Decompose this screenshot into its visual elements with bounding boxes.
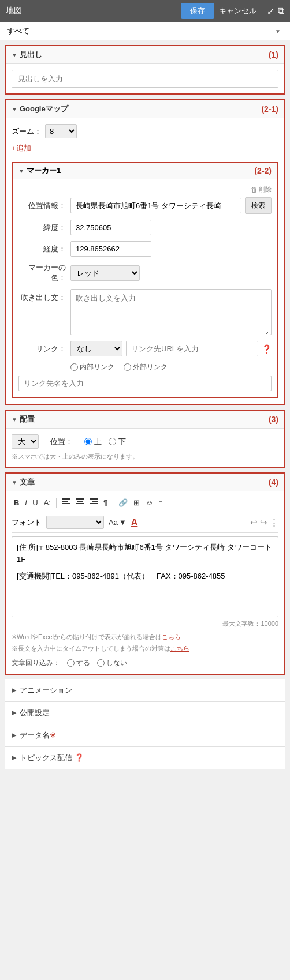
emoji-button[interactable]: ☺ [143, 497, 155, 508]
paragraph-button[interactable]: ¶ [101, 497, 110, 508]
zoom-select[interactable]: 8 [45, 124, 77, 138]
link-type-select[interactable]: なし 内部リンク 外部リンク [70, 341, 122, 356]
font-color-button[interactable]: A [131, 517, 138, 528]
search-button[interactable]: 検索 [245, 197, 272, 214]
dataname-label: データ名 [20, 730, 50, 741]
position-bottom-label[interactable]: 下 [109, 437, 126, 447]
redo-button[interactable]: ↪ [260, 517, 267, 528]
radio-external-label[interactable]: 外部リンク [124, 362, 168, 372]
wrap-label: 文章回り込み： [12, 658, 60, 668]
toolbar-sep2 [113, 498, 113, 508]
radio-external[interactable] [124, 363, 131, 371]
help-icon[interactable]: ❓ [262, 344, 272, 354]
undo-button[interactable]: ↩ [250, 517, 258, 528]
window-icon[interactable]: ⧉ [278, 6, 284, 16]
wrap-row: 文章回り込み： する しない [12, 658, 278, 668]
section-googlemap-header: ▼ Googleマップ (2-1) [6, 100, 284, 118]
size-select[interactable]: 大 中 小 [12, 434, 39, 449]
section-text: ▼ 文章 (4) B i U A: [5, 472, 285, 675]
add-marker-button[interactable]: +追加 [12, 143, 31, 153]
animation-section[interactable]: ▶ アニメーション [5, 679, 285, 702]
section-text-body: B i U A: [6, 491, 284, 674]
note2-prefix: ※長文を入力中にタイムアウトしてしまう場合の対策は [12, 645, 170, 652]
marker-number: (2-2) [254, 166, 272, 175]
more-options-button[interactable]: ⋮ [270, 517, 278, 528]
location-input[interactable] [70, 198, 241, 213]
marker-label: マーカー1 [27, 166, 61, 176]
fullscreen-icon[interactable]: ⤢ [267, 6, 274, 17]
lng-row: 経度： [18, 241, 272, 257]
wrap-dont-radio[interactable] [97, 659, 105, 667]
more-button[interactable]: ⁺ [157, 497, 165, 508]
note2-link[interactable]: こちら [170, 645, 189, 652]
arrange-note: ※スマホでは大・上のみの表示になります。 [12, 452, 278, 461]
align-center-button[interactable] [73, 497, 86, 508]
wrap-dont-text: しない [106, 658, 127, 668]
wrap-do-text: する [76, 658, 90, 668]
align-center-icon [76, 498, 84, 505]
location-label: 位置情報： [18, 201, 70, 211]
position-top-radio[interactable] [84, 438, 92, 445]
help-topics-icon[interactable]: ❓ [75, 753, 84, 762]
text-editor[interactable]: [住 所]〒852-8003 長崎県長崎市旭町6番1号 タワーシティ長崎 タワー… [12, 536, 278, 617]
publish-section[interactable]: ▶ 公開設定 [5, 702, 285, 724]
balloon-textarea[interactable] [70, 289, 272, 335]
note1-link[interactable]: こちら [162, 633, 181, 640]
required-mark: ※ [50, 731, 56, 739]
svg-rect-0 [62, 498, 70, 500]
text-toolbar: B i U A: [12, 497, 278, 512]
align-left-button[interactable] [60, 497, 72, 508]
align-left-icon [62, 498, 70, 505]
lat-row: 緯度： [18, 220, 272, 235]
text-line2: [交通機関]TEL：095-862-4891（代表） FAX：095-862-4… [17, 570, 273, 583]
wrap-do-label[interactable]: する [67, 658, 90, 668]
link-url-input[interactable] [126, 341, 258, 356]
italic-button[interactable]: i [23, 497, 29, 508]
underline-button[interactable]: U [30, 497, 40, 508]
font-size-button[interactable]: Aa ▼ [109, 518, 127, 527]
toggle-arrow-headline: ▼ [12, 52, 17, 58]
section-googlemap-body: ズーム： 8 +追加 ▼ マーカー1 (2-2) 🗑 削除 [6, 118, 284, 404]
text-editor-wrapper: [住 所]〒852-8003 長崎県長崎市旭町6番1号 タワーシティ長崎 タワー… [12, 536, 278, 617]
position-top-label[interactable]: 上 [84, 437, 102, 447]
note-links: ※WordやExcelからの貼り付けで表示が崩れる場合はこちら ※長文を入力中に… [12, 632, 278, 655]
delete-button[interactable]: 🗑 削除 [251, 185, 272, 194]
collapsed-arrow-dataname: ▶ [12, 731, 16, 739]
link-name-input[interactable] [18, 376, 272, 391]
link-controls: なし 内部リンク 外部リンク ❓ [70, 341, 272, 356]
radio-internal[interactable] [70, 363, 78, 371]
color-label: マーカーの色： [18, 262, 70, 283]
bold-button[interactable]: B [12, 497, 21, 508]
lat-input[interactable] [70, 220, 151, 235]
wrap-do-radio[interactable] [67, 659, 75, 667]
svg-rect-2 [62, 503, 70, 504]
table-button[interactable]: ⊞ [131, 497, 142, 508]
collapsed-arrow-publish: ▶ [12, 709, 16, 716]
align-right-button[interactable] [87, 497, 100, 508]
cancel-button[interactable]: キャンセル [219, 6, 256, 16]
topics-section[interactable]: ▶ トピックス配信 ❓ [5, 747, 285, 769]
wrap-dont-label[interactable]: しない [97, 658, 127, 668]
headline-input[interactable] [12, 70, 278, 88]
toggle-arrow-text: ▼ [12, 479, 17, 486]
note1-prefix: ※WordやExcelからの貼り付けで表示が崩れる場合は [12, 633, 162, 640]
header: 地図 保存 キャンセル ⤢ ⧉ [0, 0, 290, 22]
select-all-dropdown[interactable]: すべて [7, 27, 283, 35]
font-select[interactable] [46, 516, 104, 529]
color-select[interactable]: レッド ブルー グリーン イエロー [70, 265, 140, 281]
topics-label: トピックス配信 [20, 753, 72, 763]
radio-internal-label[interactable]: 内部リンク [70, 362, 114, 372]
section-googlemap: ▼ Googleマップ (2-1) ズーム： 8 +追加 ▼ マーカー1 (2-… [5, 99, 285, 405]
toggle-arrow-arrange: ▼ [12, 416, 17, 423]
save-button[interactable]: 保存 [181, 3, 214, 19]
lng-input[interactable] [70, 241, 151, 257]
section-arrange-header: ▼ 配置 (3) [6, 411, 284, 429]
section-arrange-body: 大 中 小 位置： 上 下 ※スマホでは大・上のみの表示になります。 [6, 429, 284, 467]
dataname-section[interactable]: ▶ データ名※ [5, 724, 285, 747]
svg-rect-5 [76, 503, 84, 504]
section-headline: ▼ 見出し (1) [5, 45, 285, 95]
location-row: 位置情報： 検索 [18, 197, 272, 214]
font-a-button[interactable]: A: [42, 497, 53, 508]
link-button[interactable]: 🔗 [116, 497, 130, 508]
position-bottom-radio[interactable] [109, 438, 116, 445]
